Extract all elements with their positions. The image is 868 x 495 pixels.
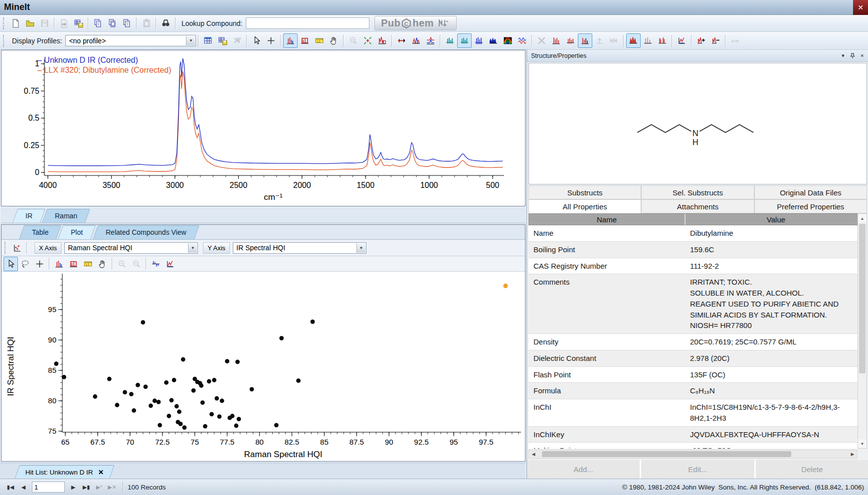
edit-button[interactable]: Edit... — [641, 460, 754, 479]
tab-table[interactable]: Table — [19, 225, 62, 239]
scrollbar-thumb[interactable] — [542, 451, 791, 457]
crosshair-tool-icon[interactable] — [32, 257, 47, 271]
first-record-button[interactable]: ▮◀ — [4, 481, 17, 493]
tab-sel-substructs[interactable]: Sel. Substructs — [641, 185, 754, 199]
scatter-plot-icon[interactable] — [10, 241, 24, 255]
horizontal-scrollbar[interactable]: ◀ ▶ — [528, 450, 858, 459]
chevron-down-icon[interactable]: ▼ — [186, 36, 195, 45]
display-updown-sel-icon[interactable] — [457, 33, 472, 48]
dashed-peaks-icon[interactable] — [641, 33, 655, 48]
tab-attachments[interactable]: Attachments — [641, 199, 754, 213]
copy-icon[interactable] — [91, 16, 105, 30]
panel-close-icon[interactable]: ✕ — [860, 53, 864, 58]
short-spectrum-icon[interactable] — [563, 33, 578, 48]
tab-ir[interactable]: IR — [12, 209, 45, 223]
overlay-spectra-icon[interactable] — [409, 33, 423, 48]
tab-substructs[interactable]: Substructs — [528, 185, 641, 199]
scroll-left-icon[interactable]: ◀ — [529, 452, 538, 457]
peak-pick-icon[interactable] — [375, 33, 389, 48]
copy-spectrum-icon[interactable] — [105, 16, 120, 30]
open-file-icon[interactable] — [23, 16, 37, 30]
add-peak-icon[interactable] — [694, 33, 708, 48]
record-number-input[interactable] — [32, 482, 65, 493]
lookup-compound-input[interactable] — [246, 17, 369, 29]
tab-plot[interactable]: Plot — [58, 225, 96, 239]
panel-menu-icon[interactable]: ▼ — [841, 53, 846, 58]
property-row[interactable]: Melting Point-60 TO -59C — [528, 443, 858, 449]
remove-peak-icon[interactable] — [708, 33, 723, 48]
paste-icon[interactable] — [139, 16, 154, 30]
display-updown-icon[interactable] — [149, 257, 163, 271]
column-header-value[interactable]: Value — [686, 214, 867, 225]
column-header-name[interactable]: Name — [529, 214, 686, 225]
pan-tool-icon[interactable] — [327, 33, 341, 48]
x-axis-select[interactable]: Raman Spectral HQI ▼ — [64, 242, 198, 254]
region-select-icon[interactable] — [298, 33, 312, 48]
baseline-up-icon[interactable] — [592, 33, 607, 48]
find-icon[interactable] — [159, 16, 173, 30]
pin-icon[interactable] — [850, 53, 855, 59]
import-record-icon[interactable] — [57, 16, 71, 30]
dual-spectrum-icon[interactable] — [578, 33, 592, 48]
add-button[interactable]: Add... — [527, 460, 640, 479]
stack-spectra-icon[interactable] — [423, 33, 438, 48]
display-fill-icon[interactable] — [486, 33, 501, 48]
property-row[interactable]: FormulaC₈H₁₉N — [528, 383, 858, 399]
new-document-icon[interactable] — [8, 16, 23, 30]
last-record-button[interactable]: ▶▮ — [80, 481, 93, 493]
derivative-icon[interactable] — [163, 257, 177, 271]
tab-related-compounds-view[interactable]: Related Compounds View — [92, 225, 199, 239]
crosshair-tool-icon[interactable] — [264, 33, 278, 48]
save-table-icon[interactable] — [71, 16, 86, 30]
remove-record-button[interactable]: ▶✕ — [106, 481, 119, 493]
chevron-down-icon[interactable]: ▼ — [188, 243, 197, 253]
compare-traces-icon[interactable] — [515, 33, 529, 48]
pubchem-logo[interactable]: Pub C hem — [374, 16, 457, 30]
normalize-icon[interactable] — [607, 33, 621, 48]
property-row[interactable]: InChIInChI=1S/C8H19N/c1-3-5-7-9-8-6-4-2/… — [528, 399, 858, 427]
tab-original-data-files[interactable]: Original Data Files — [754, 185, 867, 199]
property-row[interactable]: Density20C=0.7619; 25C=0.7577 G/ML — [528, 334, 858, 350]
peak-cursor-icon[interactable] — [283, 33, 298, 48]
property-row[interactable]: Boiling Point159.6C — [528, 242, 858, 258]
next-record-button[interactable]: ▶ — [67, 481, 80, 493]
zoom-out-icon[interactable] — [115, 257, 129, 271]
tab-all-properties[interactable]: All Properties — [528, 199, 641, 213]
lasso-select-icon[interactable] — [18, 257, 32, 271]
pan-tool-icon[interactable] — [95, 257, 110, 271]
fill-peaks-icon[interactable] — [626, 33, 641, 48]
display-profiles-select[interactable]: <no profile> ▼ — [65, 35, 196, 46]
y-axis-select[interactable]: IR Spectral HQI ▼ — [233, 242, 366, 254]
clear-filter-icon[interactable] — [230, 33, 244, 48]
display-updown-icon[interactable] — [443, 33, 457, 48]
display-grid-icon[interactable] — [472, 33, 486, 48]
tab-preferred-properties[interactable]: Preferred Properties — [754, 199, 867, 213]
derivative-icon[interactable] — [675, 33, 689, 48]
peak-cursor-icon[interactable] — [52, 257, 66, 271]
scroll-right-icon[interactable]: ▶ — [848, 452, 857, 457]
window-close-button[interactable]: ✕ — [853, 0, 868, 15]
property-row[interactable]: CommentsIRRITANT; TOXIC. SOLUBLE IN WATE… — [528, 274, 858, 334]
zoom-reset-icon[interactable] — [360, 33, 375, 48]
append-record-button[interactable]: ▶* — [93, 481, 106, 493]
zoom-reset-icon[interactable] — [129, 257, 144, 271]
atr-correction-icon[interactable]: ATR — [728, 33, 742, 48]
save-icon[interactable] — [37, 16, 52, 30]
expand-x-icon[interactable] — [394, 33, 409, 48]
copy-record-icon[interactable] — [120, 16, 134, 30]
full-spectrum-icon[interactable] — [549, 33, 563, 48]
property-row[interactable]: NameDibutylamine — [528, 225, 858, 242]
region-select-icon[interactable] — [66, 257, 81, 271]
table-view-icon[interactable] — [201, 33, 215, 48]
scroll-up-icon[interactable]: ▲ — [858, 214, 867, 223]
zoom-out-icon[interactable] — [346, 33, 360, 48]
remove-spectrum-icon[interactable] — [534, 33, 549, 48]
pointer-tool-icon[interactable] — [3, 257, 18, 271]
chevron-down-icon[interactable]: ▼ — [356, 243, 365, 253]
vertical-scrollbar[interactable]: ▲ ▼ — [858, 213, 867, 449]
previous-record-button[interactable]: ◀ — [17, 481, 30, 493]
delete-button[interactable]: Delete — [756, 460, 868, 479]
property-row[interactable]: Dielectric Constant2.978 (20C) — [528, 350, 858, 367]
property-row[interactable]: InChIKeyJQVDAXLFBXTEQA-UHFFFAOYSA-N — [528, 427, 858, 443]
hqi-scatter-chart[interactable]: 75808590956567.57072.57577.58082.58587.5… — [1, 272, 525, 461]
